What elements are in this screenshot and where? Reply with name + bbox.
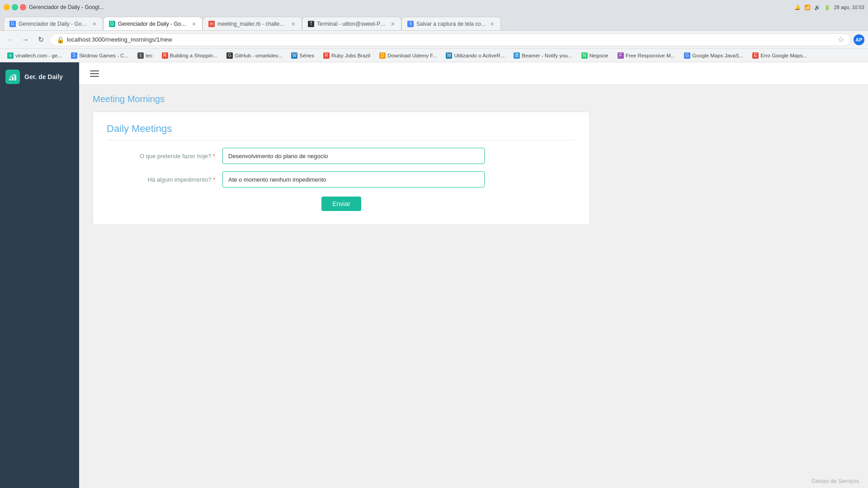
bookmark-skidrow[interactable]: S Skidrow Games - C... xyxy=(67,51,132,60)
wifi-icon: 📶 xyxy=(804,5,811,10)
tab-title-3: meeting_mailer.rb - challeng... xyxy=(217,21,288,27)
address-bar[interactable]: 🔒 localhost:3000/meeting_mornings/1/new … xyxy=(50,33,851,46)
tab-title-5: Salvar a captura de tela com... xyxy=(416,21,487,27)
tab-title-1: Gerenciador de Daily - Googl... xyxy=(19,21,89,27)
bookmark-label-free-responsive: Free Responsive M... xyxy=(626,53,675,58)
sidebar-logo xyxy=(5,70,20,84)
bookmark-favicon-ruby-jobs: R xyxy=(323,52,330,59)
bookmark-label-google-maps: Google Maps JavaS... xyxy=(692,53,743,58)
tab-close-4[interactable]: × xyxy=(390,20,396,28)
bookmarks-bar: v vinaltech.com - ge... S Skidrow Games … xyxy=(0,49,868,62)
form-row-2: Há algum impedimento? * xyxy=(107,171,576,188)
back-button[interactable]: ← xyxy=(4,33,16,46)
main-area: Meeting Mornings Daily Meetings O que pr… xyxy=(79,62,868,488)
forward-button[interactable]: → xyxy=(19,33,32,46)
form-actions: Enviar xyxy=(107,197,576,211)
volume-icon: 🔊 xyxy=(814,5,821,10)
tab-favicon-2: G xyxy=(109,21,115,27)
bookmark-ruby-jobs[interactable]: R Ruby Jobs Brazil xyxy=(320,51,374,60)
bookmark-favicon-negocie: N xyxy=(581,52,588,59)
bookmark-label-beamer: Beamer - Notify you... xyxy=(522,53,572,58)
notification-icon: 🔔 xyxy=(794,5,801,10)
tab-favicon-1: G xyxy=(9,21,16,27)
close-button[interactable] xyxy=(20,4,26,10)
bookmark-label-skidrow: Skidrow Games - C... xyxy=(79,53,128,58)
bookmark-beamer[interactable]: B Beamer - Notify you... xyxy=(510,51,576,60)
tab-title-2: Gerenciador de Daily - Googl... xyxy=(118,21,189,27)
svg-rect-0 xyxy=(9,79,11,80)
field2-input[interactable] xyxy=(222,171,485,188)
sidebar-header: Ger. de Daily xyxy=(0,62,79,91)
bookmark-github[interactable]: G GitHub - omarkdev... xyxy=(223,51,286,60)
bookmark-free-responsive[interactable]: F Free Responsive M... xyxy=(614,51,679,60)
tab-favicon-4: T xyxy=(308,21,314,27)
bookmark-negocie[interactable]: N Negocie xyxy=(578,51,612,60)
bookmark-favicon-beamer: B xyxy=(514,52,520,59)
browser-tab-3[interactable]: m meeting_mailer.rb - challeng... × xyxy=(203,17,302,30)
reload-button[interactable]: ↻ xyxy=(34,33,47,46)
bookmark-label-building: Building a Shoppin... xyxy=(170,53,218,58)
bookmark-building[interactable]: R Building a Shoppin... xyxy=(158,51,222,60)
form-card: Daily Meetings O que pretende fazer hoje… xyxy=(93,112,590,225)
bookmark-favicon-erro-maps: E xyxy=(752,52,759,59)
sidebar: Ger. de Daily xyxy=(0,62,79,488)
tab-close-1[interactable]: × xyxy=(92,20,97,28)
field1-input[interactable] xyxy=(222,148,485,164)
bookmark-label-negocie: Negocie xyxy=(590,53,609,58)
bookmark-series[interactable]: W Séries xyxy=(288,51,318,60)
field2-label: Há algum impedimento? * xyxy=(107,176,215,183)
bookmark-favicon-free-responsive: F xyxy=(618,52,624,59)
field1-label: O que pretende fazer hoje? * xyxy=(107,153,215,160)
svg-rect-2 xyxy=(14,75,16,80)
content-wrapper: Meeting Mornings Daily Meetings O que pr… xyxy=(79,85,868,474)
footer-text: Gestao de Serviços xyxy=(811,478,859,484)
svg-rect-1 xyxy=(12,77,14,80)
bookmark-favicon-github: G xyxy=(226,52,233,59)
submit-button[interactable]: Enviar xyxy=(321,197,361,211)
form-row-1: O que pretende fazer hoje? * xyxy=(107,148,576,164)
clock: 28 ago, 10:53 xyxy=(834,5,864,10)
tab-close-3[interactable]: × xyxy=(291,20,296,28)
browser-window: Gerenciador de Daily - Googl... 🔔 📶 🔊 🔋 … xyxy=(0,0,868,488)
field2-label-text: Há algum impedimento? xyxy=(147,176,211,183)
bookmark-activerecord[interactable]: M Utilizando o ActiveR... xyxy=(442,51,508,60)
title-bar-left: Gerenciador de Daily - Googl... xyxy=(4,4,104,10)
bookmark-star-icon[interactable]: ☆ xyxy=(838,35,844,44)
system-icons: 🔔 📶 🔊 🔋 28 ago, 10:53 xyxy=(794,5,864,10)
maximize-button[interactable] xyxy=(12,4,18,10)
bookmark-favicon-vinaltech: v xyxy=(7,52,14,59)
field1-required: * xyxy=(213,153,215,160)
bookmark-label-github: GitHub - omarkdev... xyxy=(235,53,282,58)
address-bar-row: ← → ↻ 🔒 localhost:3000/meeting_mornings/… xyxy=(0,31,868,49)
bookmark-udemy[interactable]: D Download Udemy F... xyxy=(376,51,440,60)
secure-icon: 🔒 xyxy=(57,36,64,43)
tab-close-5[interactable]: × xyxy=(490,20,495,28)
tab-title-4: Terminal - uilton@sweet-PC:... xyxy=(317,21,387,27)
window-controls xyxy=(4,4,26,10)
bookmark-favicon-skidrow: S xyxy=(71,52,77,59)
hamburger-button[interactable] xyxy=(88,69,101,79)
bookmark-favicon-tec: t xyxy=(137,52,144,59)
bookmark-tec[interactable]: t tec xyxy=(134,51,156,60)
bookmark-erro-maps[interactable]: E Erro Google Maps... xyxy=(749,51,811,60)
top-nav xyxy=(79,62,868,85)
tab-close-2[interactable]: × xyxy=(191,20,197,28)
url-display: localhost:3000/meeting_mornings/1/new xyxy=(67,36,835,43)
bookmark-label-series: Séries xyxy=(299,53,314,58)
bookmark-vinaltech[interactable]: v vinaltech.com - ge... xyxy=(4,51,66,60)
browser-tab-5[interactable]: S Salvar a captura de tela com... × xyxy=(401,17,501,30)
battery-icon: 🔋 xyxy=(824,5,830,10)
tab-favicon-3: m xyxy=(208,21,215,27)
bookmark-google-maps[interactable]: G Google Maps JavaS... xyxy=(680,51,747,60)
browser-tab-2[interactable]: G Gerenciador de Daily - Googl... × xyxy=(103,17,203,30)
browser-tab-1[interactable]: G Gerenciador de Daily - Googl... × xyxy=(4,17,103,30)
hamburger-line-2 xyxy=(90,73,99,74)
browser-tab-4[interactable]: T Terminal - uilton@sweet-PC:... × xyxy=(302,17,401,30)
profile-avatar[interactable]: AP xyxy=(854,34,864,45)
bookmark-favicon-building: R xyxy=(162,52,168,59)
bookmark-label-activerecord: Utilizando o ActiveR... xyxy=(454,53,505,58)
title-bar: Gerenciador de Daily - Googl... 🔔 📶 🔊 🔋 … xyxy=(0,0,868,14)
minimize-button[interactable] xyxy=(4,4,10,10)
window-title: Gerenciador de Daily - Googl... xyxy=(29,4,104,10)
page-footer: Gestao de Serviços xyxy=(79,474,868,488)
